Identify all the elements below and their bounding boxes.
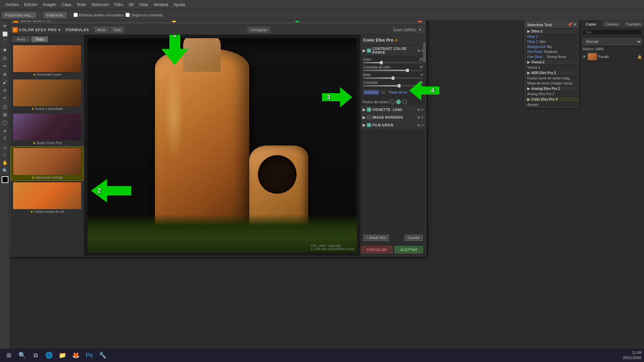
menu-capa[interactable]: Capa <box>59 2 74 8</box>
puntos-target[interactable]: ○ <box>402 100 407 104</box>
btn-atras[interactable]: Atrás <box>94 27 109 33</box>
slider-contraste-thumb[interactable] <box>398 84 400 87</box>
menu-ayuda[interactable]: Ayuda <box>171 2 187 8</box>
sel-section-dfine[interactable]: ▶ Dfine 2 <box>525 28 578 34</box>
menu-vista[interactable]: Vista <box>137 2 151 8</box>
section-ccr-settings[interactable]: ⚙ <box>417 49 420 53</box>
menu-imagen[interactable]: Imagen <box>40 2 59 8</box>
sombras-tab[interactable]: Sombras <box>363 90 379 95</box>
menu-archivo[interactable]: Archivo <box>3 2 21 8</box>
slider-cc-thumb[interactable] <box>406 69 409 72</box>
brush-tool[interactable]: 🖌 <box>1 78 9 86</box>
tab-atras[interactable]: Atrás <box>12 36 30 42</box>
taskbar-file-explorer[interactable]: 📁 <box>56 349 68 361</box>
path-tool[interactable]: △ <box>1 143 9 150</box>
slider-cc-track[interactable] <box>363 70 423 71</box>
sel-section-viveza[interactable]: ▶ Viveza 2 <box>525 59 578 65</box>
section-vignette-header[interactable]: ▶ ✓ VIGNETTE: LENS ⚙ ✕ <box>361 106 426 113</box>
btn-anadir-filtro[interactable]: + Añadir filtro <box>363 235 389 241</box>
puntos-remove[interactable]: - <box>390 100 395 104</box>
section-fg-header[interactable]: ▶ ✓ FILM GRAIN ⚙ ✕ <box>361 121 426 129</box>
btn-aceptar[interactable]: ACEPTAR <box>394 246 423 253</box>
tab-trazados[interactable]: Trazados <box>623 21 644 27</box>
section-ib-settings[interactable]: ⚙ <box>417 116 420 119</box>
tab-capas[interactable]: Capas <box>581 21 602 27</box>
slider-color-track[interactable] <box>363 62 423 63</box>
slider-contraste-label: Contraste 34 <box>363 81 423 84</box>
section-ccr-header[interactable]: ▶ ✓ CONTRAST COLOR RANGE ⚙ ✕ <box>361 46 426 56</box>
pen-tool[interactable]: ⌀ <box>1 127 9 134</box>
sel-section-hdr[interactable]: ▶ HDR Efex Pro 2 <box>525 70 578 76</box>
filter-item-1[interactable]: ★Suave y granulado <box>10 78 84 112</box>
section-ib-check[interactable] <box>367 115 371 119</box>
section-fg-settings[interactable]: ⚙ <box>417 123 420 127</box>
history-tool[interactable]: ↶ <box>1 95 9 102</box>
taskbar-ps[interactable]: Ps <box>83 349 95 361</box>
filter-item-2[interactable]: ★Super Cross Pop <box>10 112 84 146</box>
section-vignette-settings[interactable]: ⚙ <box>417 108 420 112</box>
sombras-row: Sombras 52 Toque de luz <box>363 88 423 96</box>
zoom-tool[interactable]: 🔍 <box>1 167 9 174</box>
btn-guardar[interactable]: Guardar <box>405 235 423 241</box>
enderezar-btn[interactable]: Enderezar <box>43 12 66 18</box>
eraser-tool[interactable]: ◫ <box>1 103 9 110</box>
menu-edicion[interactable]: Edición <box>21 2 40 8</box>
menu-seleccion[interactable]: Selección <box>89 2 112 8</box>
menu-3d[interactable]: 3D <box>126 2 136 8</box>
taskbar-search[interactable]: 🔍 <box>16 349 28 361</box>
btn-todo[interactable]: Todo <box>110 27 124 33</box>
magic-wand-tool[interactable]: ✱ <box>1 46 9 54</box>
filter-item-0[interactable]: ★Horizontal suave <box>10 44 84 78</box>
taskbar-edge[interactable]: 🌐 <box>43 349 55 361</box>
tab-todo[interactable]: Todo <box>31 36 48 42</box>
segun-check[interactable] <box>125 13 130 17</box>
move-tool[interactable]: ✛ <box>1 22 9 29</box>
slider-brillo-thumb[interactable] <box>392 76 394 80</box>
eliminar-check[interactable] <box>73 13 78 17</box>
gradient-tool[interactable]: ▤ <box>1 111 9 118</box>
slider-brillo-track[interactable] <box>363 77 423 79</box>
taskbar-browser[interactable]: 🦊 <box>70 349 82 361</box>
heal-tool[interactable]: ⊕ <box>1 70 9 78</box>
layer-lock-icon[interactable]: 🔒 <box>637 55 642 59</box>
toque-de-luz-tab[interactable]: Toque de luz <box>387 90 409 95</box>
blend-mode-select[interactable]: Normal <box>583 38 642 45</box>
sel-section-color-efex[interactable]: ▶ Color Efex Pro 4 <box>525 97 578 102</box>
section-fg-check[interactable]: ✓ <box>367 123 371 127</box>
selective-pin[interactable]: 📌 <box>568 22 572 27</box>
btn-cancelar[interactable]: CANCELAR <box>361 246 392 253</box>
hand-tool[interactable]: ✋ <box>1 159 9 166</box>
menu-filtro[interactable]: Filtro <box>112 2 126 8</box>
clone-tool[interactable]: ⊙ <box>1 86 9 94</box>
selective-close[interactable]: ✕ <box>573 22 576 27</box>
slider-contraste-track[interactable] <box>363 85 423 86</box>
eyedropper-tool[interactable]: ✏ <box>1 62 9 70</box>
dodge-tool[interactable]: ◯ <box>1 119 9 126</box>
lasso-tool[interactable]: ⌒ <box>1 38 9 46</box>
filter-item-3[interactable]: ★Saturación vintage <box>10 146 84 181</box>
btn-comparar[interactable]: Comparar <box>248 27 270 33</box>
slider-color-thumb[interactable] <box>380 61 383 64</box>
zoom-dropdown[interactable]: ▼ <box>417 27 424 32</box>
taskbar-task-view[interactable]: ⧉ <box>30 349 42 361</box>
section-ib-header[interactable]: ▶ IMAGE BORDERS ⚙ ✕ <box>361 114 426 121</box>
taskbar-app[interactable]: 🔧 <box>97 349 109 361</box>
ratio-select[interactable]: Proporción orig... <box>2 12 36 18</box>
marquee-tool[interactable]: ⬜ <box>1 30 9 38</box>
layer-fondo[interactable]: 👁 Fondo 🔒 <box>581 52 644 62</box>
section-ccr-check[interactable]: ✓ <box>367 49 371 53</box>
shape-tool[interactable]: □ <box>1 151 9 158</box>
menu-ventana[interactable]: Ventana <box>151 2 171 8</box>
crop-tool[interactable]: ⊡ <box>1 54 9 62</box>
sel-section-analog[interactable]: ▶ Analog Efex Pro 2 <box>525 86 578 92</box>
tab-canales[interactable]: Canales <box>602 21 623 27</box>
puntos-add[interactable]: + <box>396 100 401 104</box>
filter-item-4[interactable]: ★Cálida puesta de sol <box>10 181 84 215</box>
text-tool[interactable]: T <box>1 135 9 142</box>
menu-texto[interactable]: Texto <box>74 2 89 8</box>
foreground-color[interactable] <box>2 176 8 183</box>
taskbar-start[interactable]: ⊞ <box>3 349 15 361</box>
layer-visibility-icon[interactable]: 👁 <box>583 55 586 59</box>
section-vignette-check[interactable]: ✓ <box>367 108 371 112</box>
ps-search-input[interactable] <box>583 29 642 35</box>
